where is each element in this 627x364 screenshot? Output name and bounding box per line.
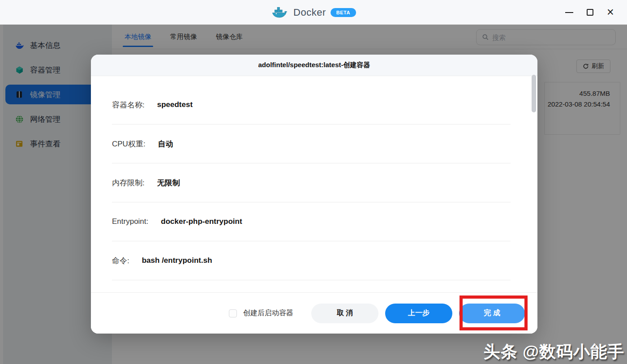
minimize-button[interactable]: [559, 0, 580, 25]
field-label: 命令:: [112, 256, 129, 266]
maximize-button[interactable]: [580, 0, 600, 25]
previous-step-button[interactable]: 上一步: [385, 304, 452, 323]
finish-button[interactable]: 完 成: [459, 304, 525, 323]
field-label: 内存限制:: [112, 178, 145, 188]
dialog-footer: 创建后启动容器 取 消 上一步 完 成: [91, 292, 537, 334]
start-after-create-checkbox[interactable]: [229, 309, 237, 317]
dialog-scrollbar[interactable]: [532, 75, 536, 112]
watermark-text: 头条 @数码小能手: [484, 341, 624, 363]
field-container-name: 容器名称: speedtest: [112, 86, 511, 124]
field-memory-limit: 内存限制: 无限制: [112, 163, 511, 202]
field-value: bash /entrypoint.sh: [142, 256, 212, 265]
field-entrypoint: Entrypoint: docker-php-entrypoint: [112, 202, 511, 241]
field-value: 无限制: [157, 178, 180, 188]
close-icon: ×: [607, 6, 614, 18]
minimize-icon: [565, 12, 573, 13]
start-after-create-option[interactable]: 创建后启动容器: [229, 308, 293, 318]
field-value: docker-php-entrypoint: [161, 217, 242, 226]
maximize-icon: [587, 9, 593, 16]
beta-badge: BETA: [331, 8, 356, 17]
cancel-button[interactable]: 取 消: [311, 304, 378, 323]
field-label: Entrypoint:: [112, 217, 148, 226]
docker-logo-icon: [271, 6, 289, 19]
dialog-fields: 容器名称: speedtest CPU权重: 自动 内存限制: 无限制 Entr…: [91, 76, 537, 280]
create-container-dialog: adolfintel/speedtest:latest-创建容器 容器名称: s…: [91, 55, 537, 334]
field-cpu-weight: CPU权重: 自动: [112, 124, 511, 163]
field-label: 容器名称:: [112, 100, 145, 110]
close-button[interactable]: ×: [600, 0, 621, 25]
field-command: 命令: bash /entrypoint.sh: [112, 241, 511, 280]
dialog-title: adolfintel/speedtest:latest-创建容器: [91, 55, 537, 76]
field-label: CPU权重:: [112, 139, 146, 149]
app-title: Docker: [293, 7, 326, 18]
field-value: speedtest: [157, 100, 193, 109]
app-window: 基本信息 容器管理 镜像管理 网络管理: [0, 0, 627, 364]
window-controls: ×: [559, 0, 621, 25]
title-bar: Docker BETA ×: [0, 0, 627, 25]
field-value: 自动: [158, 139, 173, 149]
checkbox-label: 创建后启动容器: [243, 308, 293, 318]
app-title-group: Docker BETA: [271, 0, 356, 25]
